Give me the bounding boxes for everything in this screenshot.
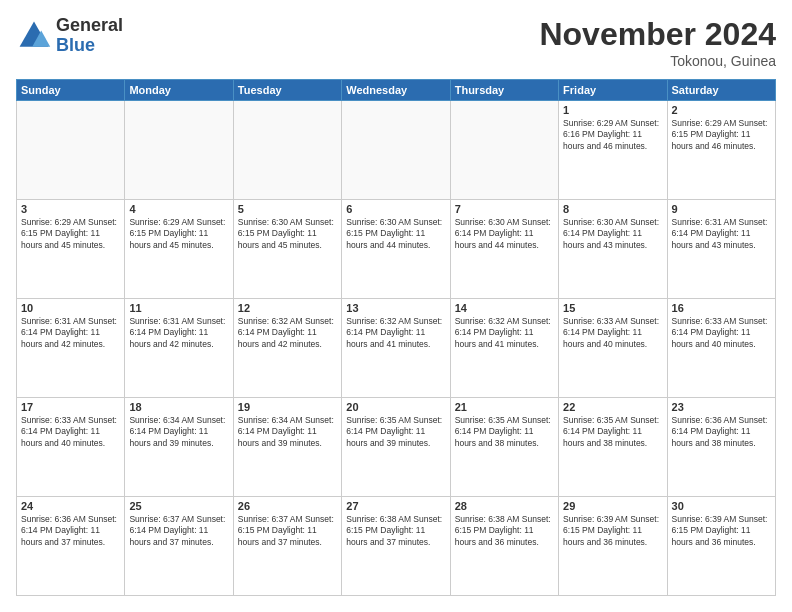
calendar-cell-1-0: 3Sunrise: 6:29 AM Sunset: 6:15 PM Daylig… (17, 200, 125, 299)
calendar-header-row: Sunday Monday Tuesday Wednesday Thursday… (17, 80, 776, 101)
calendar-cell-0-0 (17, 101, 125, 200)
col-monday: Monday (125, 80, 233, 101)
day-number: 7 (455, 203, 554, 215)
day-info: Sunrise: 6:29 AM Sunset: 6:15 PM Dayligh… (21, 217, 120, 251)
calendar-cell-3-4: 21Sunrise: 6:35 AM Sunset: 6:14 PM Dayli… (450, 398, 558, 497)
calendar-cell-4-5: 29Sunrise: 6:39 AM Sunset: 6:15 PM Dayli… (559, 497, 667, 596)
day-number: 15 (563, 302, 662, 314)
calendar-cell-0-4 (450, 101, 558, 200)
day-info: Sunrise: 6:35 AM Sunset: 6:14 PM Dayligh… (563, 415, 662, 449)
day-number: 21 (455, 401, 554, 413)
day-info: Sunrise: 6:33 AM Sunset: 6:14 PM Dayligh… (21, 415, 120, 449)
day-number: 13 (346, 302, 445, 314)
calendar-cell-0-1 (125, 101, 233, 200)
day-number: 23 (672, 401, 771, 413)
calendar-cell-0-6: 2Sunrise: 6:29 AM Sunset: 6:15 PM Daylig… (667, 101, 775, 200)
calendar-cell-1-4: 7Sunrise: 6:30 AM Sunset: 6:14 PM Daylig… (450, 200, 558, 299)
calendar-cell-0-2 (233, 101, 341, 200)
day-number: 24 (21, 500, 120, 512)
day-info: Sunrise: 6:30 AM Sunset: 6:15 PM Dayligh… (346, 217, 445, 251)
calendar-table: Sunday Monday Tuesday Wednesday Thursday… (16, 79, 776, 596)
col-tuesday: Tuesday (233, 80, 341, 101)
col-sunday: Sunday (17, 80, 125, 101)
page: General Blue November 2024 Tokonou, Guin… (0, 0, 792, 612)
month-title: November 2024 (539, 16, 776, 53)
calendar-cell-3-6: 23Sunrise: 6:36 AM Sunset: 6:14 PM Dayli… (667, 398, 775, 497)
week-row-4: 17Sunrise: 6:33 AM Sunset: 6:14 PM Dayli… (17, 398, 776, 497)
calendar-cell-4-6: 30Sunrise: 6:39 AM Sunset: 6:15 PM Dayli… (667, 497, 775, 596)
calendar-cell-4-2: 26Sunrise: 6:37 AM Sunset: 6:15 PM Dayli… (233, 497, 341, 596)
calendar-cell-1-5: 8Sunrise: 6:30 AM Sunset: 6:14 PM Daylig… (559, 200, 667, 299)
day-number: 5 (238, 203, 337, 215)
calendar-cell-4-0: 24Sunrise: 6:36 AM Sunset: 6:14 PM Dayli… (17, 497, 125, 596)
day-info: Sunrise: 6:36 AM Sunset: 6:14 PM Dayligh… (21, 514, 120, 548)
calendar-cell-2-0: 10Sunrise: 6:31 AM Sunset: 6:14 PM Dayli… (17, 299, 125, 398)
day-number: 19 (238, 401, 337, 413)
logo-blue: Blue (56, 36, 123, 56)
day-info: Sunrise: 6:35 AM Sunset: 6:14 PM Dayligh… (455, 415, 554, 449)
day-info: Sunrise: 6:38 AM Sunset: 6:15 PM Dayligh… (455, 514, 554, 548)
calendar-cell-0-5: 1Sunrise: 6:29 AM Sunset: 6:16 PM Daylig… (559, 101, 667, 200)
col-thursday: Thursday (450, 80, 558, 101)
day-number: 26 (238, 500, 337, 512)
day-number: 29 (563, 500, 662, 512)
day-info: Sunrise: 6:33 AM Sunset: 6:14 PM Dayligh… (672, 316, 771, 350)
day-info: Sunrise: 6:39 AM Sunset: 6:15 PM Dayligh… (672, 514, 771, 548)
day-info: Sunrise: 6:29 AM Sunset: 6:16 PM Dayligh… (563, 118, 662, 152)
calendar-cell-2-2: 12Sunrise: 6:32 AM Sunset: 6:14 PM Dayli… (233, 299, 341, 398)
day-info: Sunrise: 6:33 AM Sunset: 6:14 PM Dayligh… (563, 316, 662, 350)
header: General Blue November 2024 Tokonou, Guin… (16, 16, 776, 69)
calendar-cell-3-3: 20Sunrise: 6:35 AM Sunset: 6:14 PM Dayli… (342, 398, 450, 497)
day-info: Sunrise: 6:31 AM Sunset: 6:14 PM Dayligh… (672, 217, 771, 251)
day-number: 4 (129, 203, 228, 215)
calendar-cell-4-1: 25Sunrise: 6:37 AM Sunset: 6:14 PM Dayli… (125, 497, 233, 596)
calendar-cell-1-6: 9Sunrise: 6:31 AM Sunset: 6:14 PM Daylig… (667, 200, 775, 299)
day-number: 18 (129, 401, 228, 413)
calendar-cell-0-3 (342, 101, 450, 200)
calendar-cell-2-1: 11Sunrise: 6:31 AM Sunset: 6:14 PM Dayli… (125, 299, 233, 398)
day-info: Sunrise: 6:37 AM Sunset: 6:14 PM Dayligh… (129, 514, 228, 548)
week-row-1: 1Sunrise: 6:29 AM Sunset: 6:16 PM Daylig… (17, 101, 776, 200)
calendar-cell-3-5: 22Sunrise: 6:35 AM Sunset: 6:14 PM Dayli… (559, 398, 667, 497)
day-info: Sunrise: 6:34 AM Sunset: 6:14 PM Dayligh… (238, 415, 337, 449)
col-wednesday: Wednesday (342, 80, 450, 101)
day-number: 16 (672, 302, 771, 314)
day-number: 17 (21, 401, 120, 413)
calendar-cell-3-0: 17Sunrise: 6:33 AM Sunset: 6:14 PM Dayli… (17, 398, 125, 497)
day-number: 12 (238, 302, 337, 314)
day-number: 25 (129, 500, 228, 512)
calendar-cell-1-1: 4Sunrise: 6:29 AM Sunset: 6:15 PM Daylig… (125, 200, 233, 299)
day-number: 9 (672, 203, 771, 215)
day-info: Sunrise: 6:38 AM Sunset: 6:15 PM Dayligh… (346, 514, 445, 548)
logo-icon (16, 18, 52, 54)
day-number: 6 (346, 203, 445, 215)
day-number: 10 (21, 302, 120, 314)
logo-general: General (56, 16, 123, 36)
calendar-cell-3-2: 19Sunrise: 6:34 AM Sunset: 6:14 PM Dayli… (233, 398, 341, 497)
day-info: Sunrise: 6:36 AM Sunset: 6:14 PM Dayligh… (672, 415, 771, 449)
day-number: 27 (346, 500, 445, 512)
calendar-cell-2-6: 16Sunrise: 6:33 AM Sunset: 6:14 PM Dayli… (667, 299, 775, 398)
calendar-cell-3-1: 18Sunrise: 6:34 AM Sunset: 6:14 PM Dayli… (125, 398, 233, 497)
day-info: Sunrise: 6:31 AM Sunset: 6:14 PM Dayligh… (21, 316, 120, 350)
day-info: Sunrise: 6:37 AM Sunset: 6:15 PM Dayligh… (238, 514, 337, 548)
day-number: 30 (672, 500, 771, 512)
day-info: Sunrise: 6:39 AM Sunset: 6:15 PM Dayligh… (563, 514, 662, 548)
day-number: 28 (455, 500, 554, 512)
title-block: November 2024 Tokonou, Guinea (539, 16, 776, 69)
calendar-cell-2-4: 14Sunrise: 6:32 AM Sunset: 6:14 PM Dayli… (450, 299, 558, 398)
day-number: 22 (563, 401, 662, 413)
day-info: Sunrise: 6:32 AM Sunset: 6:14 PM Dayligh… (455, 316, 554, 350)
week-row-2: 3Sunrise: 6:29 AM Sunset: 6:15 PM Daylig… (17, 200, 776, 299)
day-info: Sunrise: 6:29 AM Sunset: 6:15 PM Dayligh… (129, 217, 228, 251)
day-info: Sunrise: 6:34 AM Sunset: 6:14 PM Dayligh… (129, 415, 228, 449)
day-number: 2 (672, 104, 771, 116)
day-info: Sunrise: 6:29 AM Sunset: 6:15 PM Dayligh… (672, 118, 771, 152)
day-info: Sunrise: 6:30 AM Sunset: 6:15 PM Dayligh… (238, 217, 337, 251)
calendar-cell-4-3: 27Sunrise: 6:38 AM Sunset: 6:15 PM Dayli… (342, 497, 450, 596)
day-number: 1 (563, 104, 662, 116)
week-row-3: 10Sunrise: 6:31 AM Sunset: 6:14 PM Dayli… (17, 299, 776, 398)
day-number: 8 (563, 203, 662, 215)
calendar-cell-1-2: 5Sunrise: 6:30 AM Sunset: 6:15 PM Daylig… (233, 200, 341, 299)
day-number: 11 (129, 302, 228, 314)
